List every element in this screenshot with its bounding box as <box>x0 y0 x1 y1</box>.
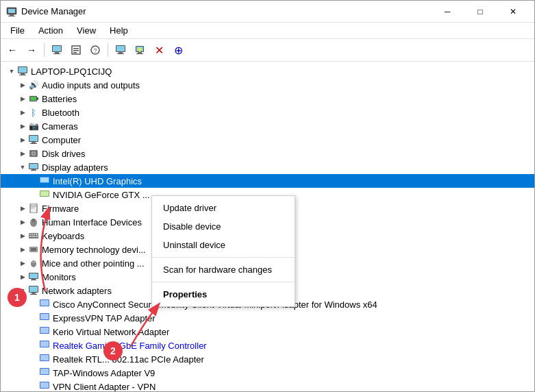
kerio-item[interactable]: ▶ Kerio Virtual Network Adapter <box>1 325 534 339</box>
svg-rect-5 <box>53 46 61 51</box>
svg-rect-32 <box>32 142 36 143</box>
svg-rect-38 <box>29 164 38 169</box>
realtek-rtl-label: Realtek RTL... 802.11ac PCIe Adapter <box>53 354 204 365</box>
expand-bluetooth[interactable]: ▶ <box>17 107 28 118</box>
realtek-rtl-item[interactable]: ▶ Realtek RTL... 802.11ac PCIe Adapter <box>1 352 534 366</box>
expand-cameras[interactable]: ▶ <box>17 121 28 132</box>
svg-rect-3 <box>8 16 15 16</box>
ctx-uninstall-device[interactable]: Uninstall device <box>152 236 295 254</box>
root-item[interactable]: ▼ LAPTOP-LPQ1CIJQ <box>1 64 534 78</box>
expand-monitors[interactable]: ▶ <box>17 271 28 282</box>
bluetooth-label: Bluetooth <box>42 108 79 118</box>
firmware-label: Firmware <box>42 204 79 214</box>
svg-rect-31 <box>29 136 38 141</box>
realtek-gbe-label: Realtek Gaming GbE Family Controller <box>53 341 207 351</box>
context-menu: Update driver Disable device Uninstall d… <box>151 195 295 307</box>
expand-mice[interactable]: ▶ <box>17 258 28 269</box>
keyboards-label: Keyboards <box>42 231 84 241</box>
svg-rect-71 <box>29 273 38 278</box>
expand-memory[interactable]: ▶ <box>17 244 28 255</box>
realtek-gbe-item[interactable]: ▶ Realtek Gaming GbE Family Controller <box>1 339 534 352</box>
svg-rect-10 <box>73 50 79 51</box>
intel-uhd-item[interactable]: ▶ Intel(R) UHD Graphics <box>1 174 534 188</box>
tap-windows-label: TAP-Windows Adapter V9 <box>53 368 155 378</box>
expand-display[interactable]: ▼ <box>17 162 28 173</box>
cameras-item[interactable]: ▶ 📷 Cameras <box>1 119 534 133</box>
svg-rect-2 <box>10 14 14 16</box>
expand-firmware[interactable]: ▶ <box>17 203 28 214</box>
realtek-rtl-icon <box>39 354 50 365</box>
expand-batteries[interactable]: ▶ <box>17 93 28 104</box>
expand-root[interactable]: ▼ <box>6 66 17 77</box>
content-area[interactable]: ▼ LAPTOP-LPQ1CIJQ ▶ 🔊 Audio inputs and o… <box>1 62 534 391</box>
svg-rect-25 <box>21 73 25 75</box>
computer-icon <box>17 66 28 77</box>
menu-action[interactable]: Action <box>32 23 70 38</box>
add-button[interactable]: ⊕ <box>169 41 187 59</box>
svg-rect-89 <box>40 369 49 374</box>
svg-rect-76 <box>32 293 36 294</box>
computer-item[interactable]: ▶ Computer <box>1 133 534 147</box>
svg-rect-54 <box>29 234 31 235</box>
svg-rect-39 <box>32 169 36 170</box>
svg-rect-85 <box>40 341 49 347</box>
batteries-icon <box>28 93 39 104</box>
close-button[interactable]: ✕ <box>497 1 529 23</box>
help-button[interactable]: ? <box>86 41 104 59</box>
ctx-properties[interactable]: Properties <box>152 285 295 304</box>
expand-network[interactable]: ▼ <box>17 285 28 296</box>
delete-button[interactable]: ✕ <box>150 41 168 59</box>
ctx-update-driver[interactable]: Update driver <box>152 199 295 217</box>
menu-file[interactable]: File <box>3 23 32 38</box>
bluetooth-icon: ᛒ <box>28 107 39 118</box>
svg-rect-42 <box>40 177 49 182</box>
disk-drives-item[interactable]: ▶ Disk drives <box>1 147 534 160</box>
disk-icon <box>28 148 39 159</box>
svg-rect-66 <box>35 248 36 251</box>
svg-rect-81 <box>40 314 49 319</box>
expand-audio[interactable]: ▶ <box>17 79 28 90</box>
svg-rect-6 <box>55 52 59 53</box>
expand-keyboards[interactable]: ▶ <box>17 230 28 241</box>
batteries-item[interactable]: ▶ Batteries <box>1 92 534 106</box>
display-adapters-item[interactable]: ▼ Display adapters <box>1 160 534 174</box>
computer-button[interactable] <box>48 41 66 59</box>
properties-button[interactable] <box>67 41 85 59</box>
back-button[interactable]: ← <box>3 41 21 59</box>
network-label: Network adapters <box>42 286 112 296</box>
svg-rect-1 <box>8 9 15 13</box>
expand-hid[interactable]: ▶ <box>17 217 28 228</box>
svg-rect-77 <box>30 294 37 295</box>
update-button[interactable] <box>131 41 149 59</box>
scan-button[interactable] <box>112 41 129 59</box>
menu-view[interactable]: View <box>70 23 103 38</box>
audio-icon: 🔊 <box>28 79 39 90</box>
monitors-icon <box>28 271 39 282</box>
device-manager-window: Device Manager ─ □ ✕ File Action View He… <box>0 0 535 392</box>
minimize-button[interactable]: ─ <box>432 1 463 23</box>
svg-rect-60 <box>36 236 38 237</box>
svg-text:?: ? <box>93 47 97 54</box>
menu-help[interactable]: Help <box>103 23 135 38</box>
tap-windows-icon <box>39 367 50 378</box>
audio-item[interactable]: ▶ 🔊 Audio inputs and outputs <box>1 78 534 92</box>
svg-rect-55 <box>32 234 33 235</box>
tap-windows-item[interactable]: ▶ TAP-Windows Adapter V9 <box>1 366 534 380</box>
svg-rect-21 <box>136 53 143 54</box>
svg-rect-26 <box>19 75 26 75</box>
bluetooth-item[interactable]: ▶ ᛒ Bluetooth <box>1 106 534 119</box>
forward-button[interactable]: → <box>23 41 40 59</box>
svg-rect-57 <box>36 234 38 235</box>
svg-rect-75 <box>29 286 38 292</box>
ctx-disable-device[interactable]: Disable device <box>152 217 295 236</box>
expand-computer[interactable]: ▶ <box>17 134 28 145</box>
maximize-button[interactable]: □ <box>464 1 496 23</box>
expand-disk[interactable]: ▶ <box>17 148 28 159</box>
toolbar: ← → ? <box>1 39 534 62</box>
ctx-scan-hardware[interactable]: Scan for hardware changes <box>152 260 295 279</box>
expressvpn-item[interactable]: ▶ ExpressVPN TAP Adapter <box>1 311 534 325</box>
vpn-adapter-label: VPN Client Adapter - VPN <box>53 382 155 392</box>
window-controls: ─ □ ✕ <box>432 1 529 23</box>
vpn-adapter-item[interactable]: ▶ VPN Client Adapter - VPN <box>1 380 534 391</box>
svg-rect-7 <box>53 53 60 54</box>
